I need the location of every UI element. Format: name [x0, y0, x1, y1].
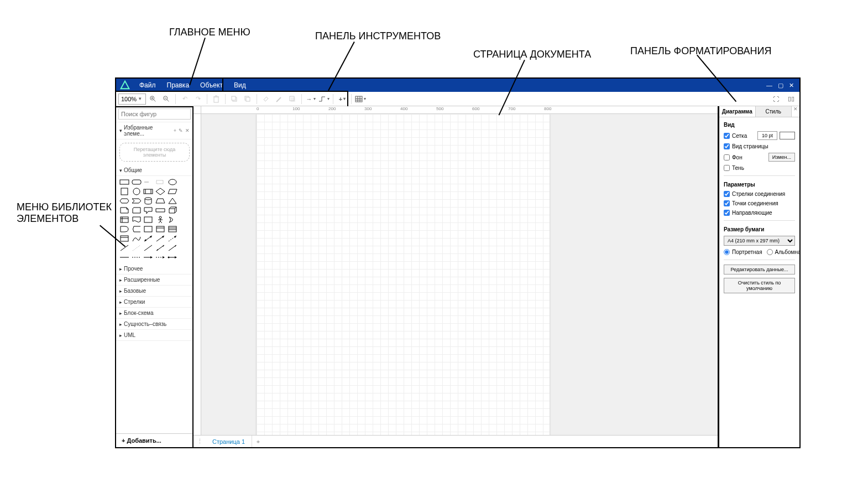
shape-and[interactable]: [119, 225, 129, 233]
window-maximize-button[interactable]: ▢: [778, 82, 783, 89]
shape-line-thin[interactable]: [143, 244, 153, 252]
grid-checkbox[interactable]: [724, 133, 730, 139]
section-arrows[interactable]: ▸Стрелки: [116, 297, 193, 308]
section-uml-label: UML: [124, 332, 135, 338]
shape-connector-3[interactable]: [143, 253, 153, 261]
shape-actor[interactable]: [155, 216, 165, 224]
shape-rectangle[interactable]: [119, 178, 129, 186]
menu-view[interactable]: Вид: [228, 81, 252, 89]
svg-rect-55: [121, 236, 128, 241]
section-other[interactable]: ▸Прочее: [116, 263, 193, 274]
shape-internal-storage[interactable]: [119, 216, 129, 224]
svg-line-66: [144, 245, 152, 251]
fullscreen-icon[interactable]: ⛶: [770, 94, 782, 105]
section-flowchart[interactable]: ▸Блок-схема: [116, 308, 193, 319]
horizontal-ruler: 0 100 200 300 400 500 600 700 800: [201, 106, 718, 114]
section-flowchart-label: Блок-схема: [124, 310, 154, 316]
paper-size-select[interactable]: A4 (210 mm x 297 mm): [724, 236, 795, 246]
shape-rounded-rect[interactable]: [132, 178, 142, 186]
favorites-add-icon[interactable]: +: [174, 128, 176, 133]
section-extended[interactable]: ▸Расширенные: [116, 274, 193, 286]
canvas-grid[interactable]: [201, 114, 718, 435]
page-view-checkbox[interactable]: [724, 143, 730, 149]
shape-text[interactable]: [143, 178, 153, 186]
shadow-checkbox[interactable]: [724, 165, 730, 171]
section-er[interactable]: ▸Сущность–связь: [116, 319, 193, 330]
format-view-heading: Вид: [724, 122, 795, 128]
window-close-button[interactable]: ✕: [789, 82, 794, 89]
shape-square[interactable]: [119, 188, 129, 195]
edit-data-button[interactable]: Редактировать данные...: [724, 265, 795, 274]
svg-rect-29: [144, 189, 153, 194]
format-tab-diagram[interactable]: Диаграмма: [719, 106, 756, 117]
section-common[interactable]: ▾Общие: [116, 165, 193, 176]
conn-arrows-checkbox[interactable]: [724, 191, 730, 197]
document-page[interactable]: [257, 114, 550, 435]
format-panel-close-icon[interactable]: ✕: [792, 106, 799, 117]
conn-points-checkbox[interactable]: [724, 200, 730, 206]
shape-cylinder[interactable]: [143, 197, 153, 205]
svg-rect-25: [156, 180, 163, 184]
shape-or[interactable]: [168, 216, 177, 224]
shape-ellipse[interactable]: [168, 178, 177, 186]
section-basic[interactable]: ▸Базовые: [116, 286, 193, 297]
shape-connector-4[interactable]: [155, 253, 165, 261]
shape-textbox[interactable]: [155, 178, 165, 186]
shape-connector-2[interactable]: [132, 253, 142, 261]
shape-curve[interactable]: [132, 235, 142, 242]
shape-dashed-arrow[interactable]: [168, 235, 177, 242]
more-shapes-button[interactable]: + Добавить...: [116, 433, 193, 447]
portrait-radio[interactable]: [724, 249, 730, 255]
shape-search-input[interactable]: [118, 108, 191, 120]
shape-list2[interactable]: [168, 225, 177, 233]
shape-dotted-line[interactable]: [132, 244, 142, 252]
format-tab-style[interactable]: Стиль: [756, 106, 792, 117]
shape-hexagon[interactable]: [119, 197, 129, 205]
svg-rect-40: [121, 217, 128, 222]
svg-rect-50: [156, 226, 164, 232]
shape-arrow-both[interactable]: [155, 244, 165, 252]
common-shapes-grid: [116, 176, 193, 263]
favorites-close-icon[interactable]: ✕: [185, 128, 190, 133]
shape-list[interactable]: [155, 225, 165, 233]
shape-frame[interactable]: [143, 216, 153, 224]
svg-point-26: [169, 179, 176, 185]
shape-title-bar[interactable]: [119, 235, 129, 242]
shape-arrow-ne[interactable]: [155, 235, 165, 242]
shape-trapezoid[interactable]: [155, 197, 165, 205]
table-button[interactable]: ▾: [354, 94, 367, 105]
shape-connector-1[interactable]: [119, 253, 129, 261]
annotation-document-page: СТРАНИЦА ДОКУМЕНТА: [473, 49, 591, 60]
shape-step[interactable]: [132, 197, 142, 205]
shape-container[interactable]: [143, 225, 153, 233]
shape-arrow[interactable]: [168, 244, 177, 252]
guides-checkbox[interactable]: [724, 210, 730, 216]
shape-connector-5[interactable]: [168, 253, 177, 261]
window-minimize-button[interactable]: —: [766, 82, 772, 89]
landscape-radio[interactable]: [767, 249, 773, 255]
shape-diamond[interactable]: [155, 188, 165, 195]
shape-card[interactable]: [132, 206, 142, 214]
shape-document[interactable]: [132, 216, 142, 224]
shape-cube[interactable]: [168, 206, 177, 214]
section-favorites[interactable]: ▾Избранные элеме... + ✎ ✕: [116, 122, 193, 139]
window-controls: — ▢ ✕: [766, 82, 799, 89]
background-checkbox[interactable]: [724, 154, 730, 160]
grid-color-button[interactable]: [780, 132, 795, 139]
shape-note[interactable]: [119, 206, 129, 214]
section-uml[interactable]: ▸UML: [116, 330, 193, 341]
shape-triangle[interactable]: [168, 197, 177, 205]
favorites-edit-icon[interactable]: ✎: [179, 128, 183, 133]
shape-process[interactable]: [143, 188, 153, 195]
shape-datastore[interactable]: [132, 225, 142, 233]
clear-default-style-button[interactable]: Очистить стиль по умолчанию: [724, 278, 795, 293]
shape-bidirectional-arrow[interactable]: [143, 235, 153, 242]
annotation-toolbar: ПАНЕЛЬ ИНСТРУМЕНТОВ: [315, 30, 441, 42]
toggle-format-panel-icon[interactable]: ▯▯: [785, 94, 797, 105]
shape-parallelogram[interactable]: [168, 188, 177, 195]
grid-size-input[interactable]: [757, 131, 777, 140]
shape-callout[interactable]: [143, 206, 153, 214]
background-change-button[interactable]: Измен...: [768, 153, 795, 162]
shape-tape[interactable]: [155, 206, 165, 214]
shape-circle[interactable]: [132, 188, 142, 195]
